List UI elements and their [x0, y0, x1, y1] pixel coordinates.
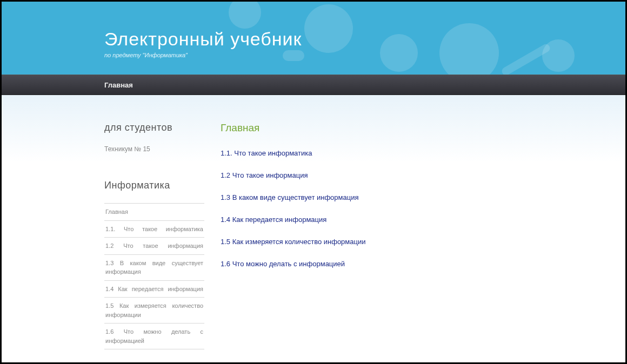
content-link-1-4[interactable]: 1.4 Как передается информация	[221, 215, 593, 224]
sidebar-item-1-1[interactable]: 1.1. Что такое информатика	[104, 221, 204, 238]
sidebar-item-home[interactable]: Главная	[104, 203, 204, 221]
sidebar-menu: Главная 1.1. Что такое информатика 1.2 Ч…	[104, 203, 204, 349]
content-link-1-5[interactable]: 1.5 Как измеряется количество информации	[221, 238, 593, 246]
sidebar-item-1-3[interactable]: 1.3 В каком виде существует информация	[104, 255, 204, 281]
sidebar-item-1-2[interactable]: 1.2 Что такое информация	[104, 238, 204, 255]
content-link-1-2[interactable]: 1.2 Что такое информация	[221, 171, 593, 179]
sidebar-item-1-4[interactable]: 1.4 Как передается информация	[104, 281, 204, 298]
content-area: для студентов Техникум № 15 Информатика …	[2, 95, 625, 362]
sidebar-college-name: Техникум № 15	[104, 145, 204, 153]
sidebar-course-title: Информатика	[104, 180, 204, 191]
nav-home[interactable]: Главная	[104, 81, 133, 89]
content-link-1-1[interactable]: 1.1. Что такое информатика	[221, 149, 593, 157]
sidebar-item-1-6[interactable]: 1.6 Что можно делать с информацией	[104, 323, 204, 349]
header-banner: Электронный учебник по предмету "Информа…	[2, 2, 625, 75]
sidebar-item-1-5[interactable]: 1.5 Как измеряется количество информации	[104, 298, 204, 323]
sidebar-students-title: для студентов	[104, 122, 204, 133]
content-link-1-3[interactable]: 1.3 В каком виде существует информация	[221, 193, 593, 201]
sidebar: для студентов Техникум № 15 Информатика …	[104, 122, 204, 362]
page-title: Главная	[221, 122, 593, 134]
main-content: Главная 1.1. Что такое информатика 1.2 Ч…	[221, 122, 625, 362]
content-link-1-6[interactable]: 1.6 Что можно делать с информацией	[221, 260, 593, 268]
top-navbar: Главная	[2, 75, 625, 95]
